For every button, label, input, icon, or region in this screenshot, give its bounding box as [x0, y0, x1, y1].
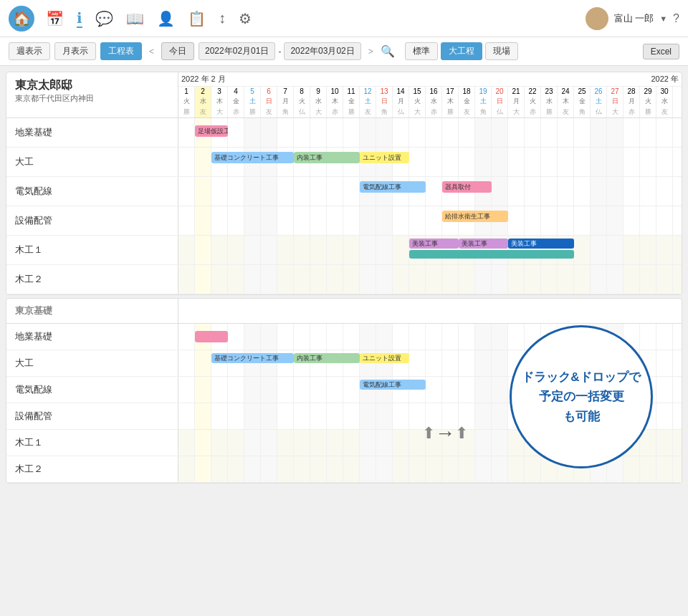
gantt-bar[interactable]: 基礎コンクリート工事	[211, 353, 294, 363]
day-num-16: 16	[426, 87, 442, 96]
day-kan-4: 金	[228, 96, 244, 107]
day-kan-1: 火	[178, 96, 195, 107]
day-luck-28: 赤	[624, 107, 640, 117]
gantt-bar[interactable]: 電気配線工事	[360, 181, 426, 193]
day-luck-10: 赤	[327, 107, 343, 117]
day-kan-6: 日	[261, 96, 277, 107]
day-kan-30: 水	[656, 96, 673, 107]
day-num-25: 25	[574, 87, 591, 96]
gantt-row-content[interactable]: 美装工事美装工事美装工事	[178, 236, 682, 264]
date-to[interactable]: 2022年03月02日	[284, 42, 360, 60]
view-site-btn[interactable]: 現場	[485, 42, 518, 60]
today-btn[interactable]: 今日	[161, 42, 194, 60]
gantt-row: 木工２	[6, 265, 682, 294]
gantt-bar[interactable]: 美装工事	[508, 239, 574, 249]
day-luck-7: 角	[277, 107, 294, 117]
schedule-view-btn[interactable]: 工程表	[100, 42, 142, 60]
month-view-btn[interactable]: 月表示	[54, 42, 96, 60]
gantt-row-label: 木工２	[6, 456, 178, 482]
gantt-row: 設備配管給排水衛生工事	[6, 206, 682, 236]
gantt-bar[interactable]: 電気配線工事	[360, 380, 426, 390]
day-luck-22: 赤	[525, 107, 541, 117]
nav-settings-icon[interactable]: ⚙	[239, 10, 252, 27]
gantt2-header: 東京基礎	[6, 299, 682, 324]
nav-info-icon[interactable]: ℹ	[77, 9, 82, 28]
gantt-bar[interactable]: ユニット設置	[360, 353, 409, 363]
nav-book-icon[interactable]: 📖	[126, 10, 144, 27]
day-num-6: 6	[261, 87, 277, 96]
day-kan-27: 日	[607, 96, 624, 107]
gantt-bar[interactable]: 美装工事	[409, 239, 459, 249]
excel-btn[interactable]: Excel	[643, 44, 679, 59]
gantt-bar[interactable]: 器具取付	[442, 181, 492, 193]
user-dropdown-arrow[interactable]: ▼	[659, 14, 667, 23]
app-logo[interactable]: 🏠	[9, 6, 34, 32]
search-btn[interactable]: 🔍	[381, 44, 395, 58]
gantt-bar[interactable]: ユニット設置	[360, 152, 409, 163]
day-luck-8: 仏	[294, 107, 310, 117]
day-kan-9: 水	[310, 96, 327, 107]
view-standard-btn[interactable]: 標準	[405, 42, 438, 60]
day-kan-8: 火	[294, 96, 310, 107]
gantt-bar[interactable]	[195, 331, 228, 342]
day-kan-16: 水	[426, 96, 442, 107]
gantt-row-label: 電気配線	[6, 377, 178, 403]
day-num-24: 24	[558, 87, 574, 96]
gantt2-project-info: 東京基礎	[6, 299, 178, 323]
top-navigation: 🏠 📅 ℹ 💬 📖 👤 📋 ↕ ⚙ 富山 一郎 ▼ ?	[0, 0, 688, 37]
gantt-bar[interactable]: 給排水衛生工事	[442, 211, 508, 222]
gantt-bar[interactable]: 内装工事	[294, 152, 360, 163]
year-label-right: 2022 年	[651, 74, 679, 85]
help-icon[interactable]: ?	[673, 12, 679, 25]
view-carpenter-btn[interactable]: 大工程	[441, 42, 482, 60]
nav-right: 富山 一郎 ▼ ?	[586, 7, 679, 30]
day-luck-13: 角	[376, 107, 393, 117]
day-luck-30: 友	[656, 107, 673, 117]
nav-icons: 📅 ℹ 💬 📖 👤 📋 ↕ ⚙	[46, 9, 574, 28]
day-luck-25: 角	[574, 107, 591, 117]
gantt-bar[interactable]: 基礎コンクリート工事	[211, 152, 294, 163]
cursor-right-icon: ⬆	[455, 424, 468, 443]
gantt-row-content[interactable]: 電気配線工事器具取付	[178, 177, 682, 206]
gantt-rows: 地業基礎足場仮設工事大工基礎コンクリート工事内装工事ユニット設置電気配線電気配線…	[6, 118, 682, 294]
gantt2-cal-area	[178, 299, 682, 323]
day-luck-1: 勝	[178, 107, 195, 117]
day-kan-13: 日	[376, 96, 393, 107]
gantt-row-content[interactable]: 給排水衛生工事	[178, 206, 682, 235]
gantt-bar[interactable]	[409, 250, 574, 259]
nav-calendar-icon[interactable]: 📅	[46, 10, 64, 27]
gantt-row-content[interactable]: 基礎コンクリート工事内装工事ユニット設置	[178, 148, 682, 176]
day-kan-25: 金	[574, 96, 591, 107]
day-num-2: 2	[195, 87, 211, 96]
nav-user-icon[interactable]: 👤	[157, 10, 175, 27]
gantt-bar[interactable]: 美装工事	[459, 239, 508, 249]
day-num-29: 29	[640, 87, 656, 96]
date-range: 2022年02月01日 - 2022年03月02日	[199, 42, 361, 60]
day-kan-11: 金	[343, 96, 360, 107]
nav-transfer-icon[interactable]: ↕	[219, 10, 226, 27]
nav-chat-icon[interactable]: 💬	[95, 10, 113, 27]
day-num-19: 19	[475, 87, 492, 96]
callout-bubble: ドラック&ドロップで予定の一括変更も可能	[510, 325, 653, 468]
gantt-bar[interactable]: 足場仮設工事	[195, 125, 228, 137]
user-name: 富山 一郎	[614, 12, 654, 25]
day-num-21: 21	[508, 87, 525, 96]
gantt-chart-secondary: 東京基礎 地業基礎大工基礎コンクリート工事内装工事ユニット設置電気配線電気配線工…	[6, 298, 682, 483]
nav-report-icon[interactable]: 📋	[188, 10, 206, 27]
date-from[interactable]: 2022年02月01日	[199, 42, 275, 60]
gantt-bar[interactable]: 内装工事	[294, 353, 360, 363]
gantt-row: 木工１美装工事美装工事美装工事	[6, 236, 682, 265]
calendar-header: 2022 年 2 月 2022 年 1234567891011121314151…	[178, 72, 682, 117]
year-label-left: 2022 年 2 月	[181, 74, 226, 85]
day-kan-24: 木	[558, 96, 574, 107]
week-view-btn[interactable]: 週表示	[9, 42, 50, 60]
gantt-row: 地業基礎足場仮設工事	[6, 118, 682, 148]
gantt-row-label: 大工	[6, 148, 178, 176]
gantt-row-content[interactable]: 足場仮設工事	[178, 118, 682, 147]
day-num-8: 8	[294, 87, 310, 96]
day-num-17: 17	[442, 87, 459, 96]
gantt-row-content[interactable]	[178, 265, 682, 294]
gantt-header: 東京太郎邸 東京都千代田区内神田 2022 年 2 月 2022 年 12345…	[6, 72, 682, 118]
day-kan-12: 土	[360, 96, 376, 107]
gantt-row: 大工基礎コンクリート工事内装工事ユニット設置	[6, 148, 682, 177]
